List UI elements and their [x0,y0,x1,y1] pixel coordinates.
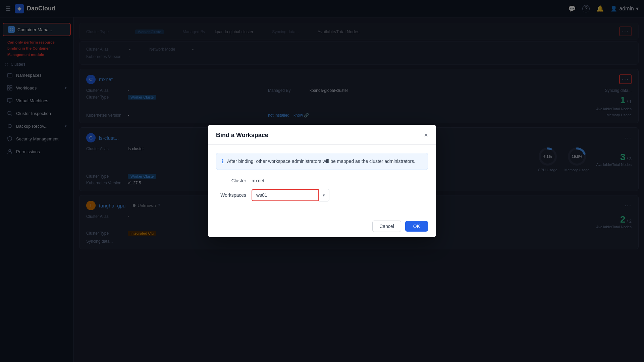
bind-workspace-modal: Bind a Workspace × ℹ After binding, othe… [208,125,436,237]
ok-button[interactable]: OK [405,221,428,232]
cluster-row: Cluster mxnet [216,178,428,183]
info-icon: ℹ [222,158,224,165]
modal-overlay: Bind a Workspace × ℹ After binding, othe… [0,0,644,362]
info-banner-text: After binding, other workspace administr… [227,158,415,165]
chevron-down-icon: ▾ [323,193,325,198]
workspace-input[interactable] [252,189,319,201]
modal-body: ℹ After binding, other workspace adminis… [208,145,436,215]
workspaces-row: Workspaces ▾ [216,189,428,201]
modal-header: Bind a Workspace × [208,125,436,145]
cluster-label: Cluster [216,178,246,183]
cluster-value: mxnet [252,178,264,183]
workspace-dropdown-button[interactable]: ▾ [319,189,329,201]
modal-close-button[interactable]: × [424,131,428,139]
workspace-input-area: ▾ [252,189,428,201]
cancel-button[interactable]: Cancel [372,221,401,232]
workspaces-label: Workspaces [216,192,246,198]
modal-footer: Cancel OK [208,215,436,237]
info-banner: ℹ After binding, other workspace adminis… [216,153,428,170]
modal-title: Bind a Workspace [216,132,268,139]
